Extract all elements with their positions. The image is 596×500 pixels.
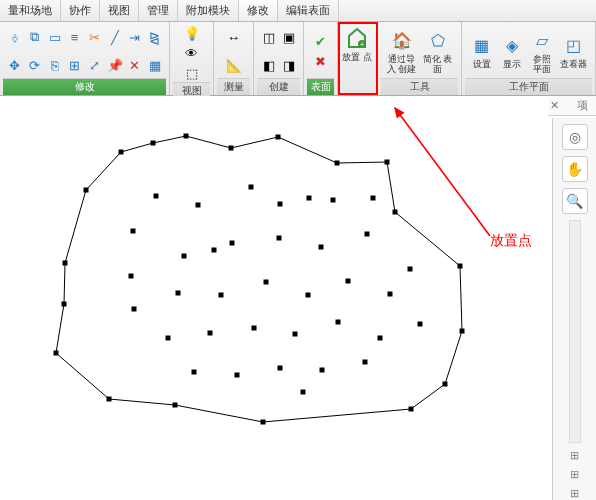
svg-rect-27 (371, 196, 376, 201)
svg-rect-53 (363, 360, 368, 365)
svg-rect-55 (212, 248, 217, 253)
nav-pan-icon[interactable]: ✋ (562, 156, 588, 182)
panel-label-create: 创建 (257, 78, 300, 95)
panel-label-surface: 表面 (307, 78, 334, 95)
tab-modify[interactable]: 修改 (239, 0, 278, 21)
scrollbar[interactable] (569, 220, 581, 443)
panel-surface: ✔ ✖ 表面 (304, 22, 338, 95)
place-point-button[interactable]: + 放置 点 (340, 24, 374, 65)
move-icon[interactable]: ✥ (6, 56, 24, 74)
offset-icon[interactable]: ⇥ (126, 28, 144, 46)
svg-rect-36 (176, 291, 181, 296)
svg-rect-49 (192, 370, 197, 375)
import-create-icon: 🏠 (389, 28, 415, 54)
override-icon[interactable]: ⬚ (183, 64, 201, 82)
panel-label-workplane: 工作平面 (465, 78, 592, 95)
svg-rect-14 (443, 382, 448, 387)
tab-view[interactable]: 视图 (100, 0, 139, 21)
svg-rect-31 (277, 236, 282, 241)
panel-workplane: ▦ 设置 ◈ 显示 ▱ 参照 平面 ◰ 查看器 工作平面 (462, 22, 596, 95)
show-button[interactable]: ◈ 显示 (498, 31, 526, 72)
viewer-icon: ◰ (561, 33, 587, 59)
svg-rect-32 (319, 245, 324, 250)
svg-rect-24 (249, 185, 254, 190)
svg-rect-43 (208, 331, 213, 336)
svg-rect-52 (320, 368, 325, 373)
panel-view: 💡 👁 ⬚ 视图 (170, 22, 214, 95)
sidebar-handle-label[interactable]: 项 (577, 98, 588, 113)
measure-icon[interactable]: 📐 (225, 56, 243, 74)
wall-icon[interactable]: ▭ (46, 28, 64, 46)
rotate-icon[interactable]: ⟳ (26, 56, 44, 74)
svg-rect-34 (408, 267, 413, 272)
join-icon[interactable]: ⧉ (26, 28, 44, 46)
finish-icon[interactable]: ✔ (312, 32, 330, 50)
tab-edit-surface[interactable]: 编辑表面 (278, 0, 339, 21)
svg-rect-20 (62, 302, 67, 307)
tab-addins[interactable]: 附加模块 (178, 0, 239, 21)
cut-icon[interactable]: ⎀ (6, 28, 24, 46)
settings-button[interactable]: ▦ 设置 (468, 31, 496, 72)
panel-place-point-highlighted: + 放置 点 (338, 22, 378, 95)
array-icon[interactable]: ⊞ (66, 56, 84, 74)
svg-rect-13 (460, 329, 465, 334)
bulb-icon[interactable]: 💡 (183, 24, 201, 42)
svg-rect-45 (293, 332, 298, 337)
drawing-canvas[interactable] (0, 96, 548, 500)
panel-label-measure: 测量 (217, 78, 250, 95)
panel-create: ◫ ▣ ◧ ◨ 创建 (254, 22, 304, 95)
svg-rect-41 (388, 292, 393, 297)
viewer-button[interactable]: ◰ 查看器 (558, 31, 590, 72)
pin-icon[interactable]: 📌 (106, 56, 124, 74)
svg-rect-25 (307, 196, 312, 201)
svg-rect-22 (131, 229, 136, 234)
svg-rect-16 (261, 420, 266, 425)
scale-icon[interactable]: ⤢ (86, 56, 104, 74)
svg-rect-4 (119, 150, 124, 155)
create4-icon[interactable]: ◨ (280, 56, 298, 74)
svg-rect-6 (184, 134, 189, 139)
create2-icon[interactable]: ▣ (280, 28, 298, 46)
svg-rect-57 (154, 194, 159, 199)
svg-marker-2 (56, 136, 462, 422)
simplify-icon: ⬠ (425, 28, 451, 54)
refplane-button[interactable]: ▱ 参照 平面 (528, 26, 556, 77)
cancel-icon[interactable]: ✖ (312, 52, 330, 70)
nav-wheel-icon[interactable]: ◎ (562, 124, 588, 150)
create1-icon[interactable]: ◫ (260, 28, 278, 46)
svg-rect-47 (378, 336, 383, 341)
show-label: 显示 (503, 60, 521, 70)
dimension-icon[interactable]: ↔ (225, 28, 243, 46)
mirror-icon[interactable]: ⧎ (146, 28, 164, 46)
svg-rect-17 (173, 403, 178, 408)
svg-rect-15 (409, 407, 414, 412)
create3-icon[interactable]: ◧ (260, 56, 278, 74)
svg-rect-29 (182, 254, 187, 259)
nav-zoom-icon[interactable]: 🔍 (562, 188, 588, 214)
svg-rect-5 (151, 141, 156, 146)
expand2-icon[interactable]: ⊞ (570, 468, 579, 481)
panel-modify: ⎀ ⧉ ▭ ≡ ✂ ╱ ⇥ ⧎ ✥ ⟳ ⎘ ⊞ ⤢ 📌 ✕ ▦ 修改 (0, 22, 170, 95)
settings-icon: ▦ (469, 33, 495, 59)
group-icon[interactable]: ▦ (146, 56, 164, 74)
svg-rect-30 (230, 241, 235, 246)
trim-icon[interactable]: ✂ (86, 28, 104, 46)
svg-rect-54 (301, 390, 306, 395)
import-create-button[interactable]: 🏠 通过导入 创建 (385, 26, 419, 77)
tab-mass-site[interactable]: 量和场地 (0, 0, 61, 21)
import-create-label: 通过导入 创建 (386, 55, 418, 75)
delete-icon[interactable]: ✕ (126, 56, 144, 74)
split-icon[interactable]: ╱ (106, 28, 124, 46)
tab-collaborate[interactable]: 协作 (61, 0, 100, 21)
hide-icon[interactable]: 👁 (183, 44, 201, 62)
align-icon[interactable]: ≡ (66, 28, 84, 46)
place-point-icon: + (344, 26, 370, 52)
doc-close-icon[interactable]: ✕ (550, 99, 559, 112)
copy-icon[interactable]: ⎘ (46, 56, 64, 74)
tab-manage[interactable]: 管理 (139, 0, 178, 21)
simplify-button[interactable]: ⬠ 简化 表面 (421, 26, 455, 77)
expand3-icon[interactable]: ⊞ (570, 487, 579, 500)
panel-tools: 🏠 通过导入 创建 ⬠ 简化 表面 工具 (378, 22, 462, 95)
expand1-icon[interactable]: ⊞ (570, 449, 579, 462)
ribbon: ⎀ ⧉ ▭ ≡ ✂ ╱ ⇥ ⧎ ✥ ⟳ ⎘ ⊞ ⤢ 📌 ✕ ▦ 修改 💡 👁 ⬚… (0, 22, 596, 96)
